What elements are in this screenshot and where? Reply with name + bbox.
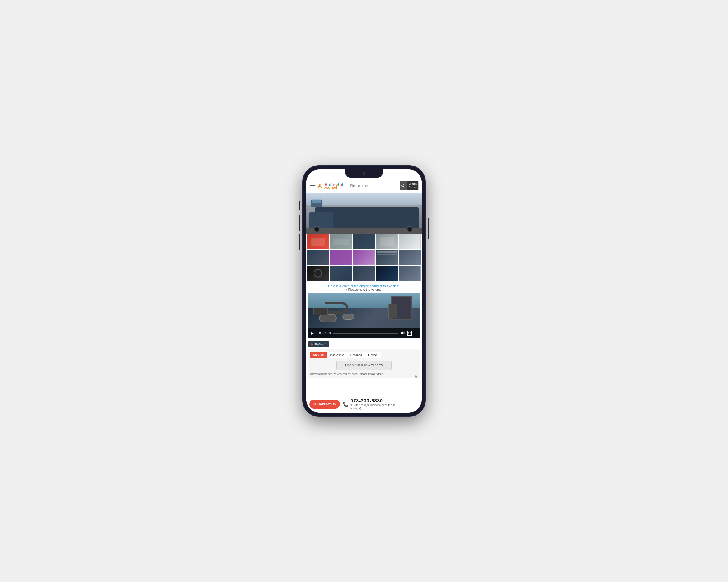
svg-rect-1 bbox=[319, 183, 321, 185]
video-progress-bar[interactable] bbox=[333, 333, 398, 334]
volume-icon bbox=[401, 331, 405, 335]
svg-line-2 bbox=[320, 186, 321, 187]
thumb-6[interactable] bbox=[307, 250, 329, 265]
thumb-2[interactable] bbox=[330, 234, 353, 249]
thumb-12[interactable] bbox=[330, 266, 353, 281]
thumb-1[interactable] bbox=[307, 234, 329, 249]
search-icon bbox=[401, 184, 405, 187]
thumb-11[interactable] bbox=[307, 266, 329, 281]
fullscreen-button[interactable]: ⛶ bbox=[407, 331, 412, 335]
thumb-10[interactable] bbox=[399, 250, 421, 265]
thumb-4[interactable] bbox=[375, 234, 398, 249]
more-options-button[interactable]: ⋮ bbox=[414, 331, 418, 335]
assess-section: Assess Basic Info Detailed Option Open i… bbox=[308, 349, 420, 378]
tab-assess[interactable]: Assess bbox=[310, 352, 327, 358]
tab-basic-info[interactable]: Basic Info bbox=[327, 352, 347, 358]
auction-hammer-icon bbox=[317, 183, 322, 188]
video-time: 0:00 / 0:10 bbox=[317, 332, 331, 335]
lambda-icon: ∧ bbox=[414, 372, 418, 380]
thumb-14[interactable] bbox=[375, 266, 398, 281]
assess-tabs: Assess Basic Info Detailed Option bbox=[310, 352, 418, 358]
thumb-9[interactable] bbox=[375, 250, 398, 265]
main-vehicle-image bbox=[306, 193, 422, 234]
volume-mute-button bbox=[299, 201, 300, 210]
footer: ✉ Contact Us 📞 078-330-6880 9:00 to 17:0… bbox=[306, 396, 422, 413]
open-new-window-button[interactable]: Open it in a new window bbox=[336, 361, 392, 370]
svg-line-4 bbox=[404, 186, 405, 187]
thumb-13[interactable] bbox=[353, 266, 375, 281]
video-player[interactable]: ▶ 0:00 / 0:10 ⛶ ⋮ bbox=[308, 293, 420, 338]
adobe-notice-text: ※If you cannot see the assessment sheet,… bbox=[310, 372, 383, 376]
search-details-button[interactable]: Search Details bbox=[407, 181, 418, 190]
video-notice: Here is a video of the engine sound of t… bbox=[306, 281, 422, 293]
contact-btn-label: Contact Us bbox=[317, 402, 336, 406]
product-tag-label: 商品紹介 bbox=[314, 342, 326, 346]
phone-notch bbox=[345, 169, 383, 177]
tab-option[interactable]: Option bbox=[365, 352, 381, 358]
search-bar: Search Details bbox=[348, 181, 419, 190]
svg-point-3 bbox=[401, 184, 404, 187]
play-button[interactable]: ▶ bbox=[310, 331, 314, 335]
logo-auction-label: AUCTION bbox=[324, 187, 344, 189]
svg-marker-5 bbox=[401, 331, 403, 335]
volume-button[interactable] bbox=[401, 331, 405, 336]
phone-screen: Valleyhill AUCTION Search Details bbox=[306, 169, 422, 413]
thumb-15[interactable] bbox=[399, 266, 421, 281]
video-notice-line1: Here is a video of the engine sound of t… bbox=[312, 284, 416, 288]
phone-icon: 📞 bbox=[343, 401, 348, 407]
phone-details: 078-330-6880 9:00 to 17:00(excluding wee… bbox=[350, 398, 395, 410]
logo: Valleyhill AUCTION bbox=[324, 182, 344, 189]
envelope-icon: ✉ bbox=[313, 402, 316, 406]
thumb-5[interactable] bbox=[399, 234, 421, 249]
phone-frame: Valleyhill AUCTION Search Details bbox=[303, 166, 425, 416]
video-controls: ▶ 0:00 / 0:10 ⛶ ⋮ bbox=[308, 328, 420, 338]
tag-icon: ▶ bbox=[311, 342, 313, 346]
tab-detailed[interactable]: Detailed bbox=[347, 352, 365, 358]
video-thumbnail bbox=[308, 293, 420, 328]
thumbnail-grid bbox=[306, 234, 422, 281]
product-tag-section: ▶ 商品紹介 bbox=[306, 340, 422, 347]
video-notice-line2: ※Please note the volume. bbox=[312, 288, 416, 292]
phone-info: 📞 078-330-6880 9:00 to 17:00(excluding w… bbox=[343, 398, 395, 410]
thumb-3[interactable] bbox=[353, 234, 375, 249]
power-button bbox=[428, 218, 429, 239]
thumb-8[interactable] bbox=[353, 250, 375, 265]
screen-content: Valleyhill AUCTION Search Details bbox=[306, 169, 422, 413]
main-content[interactable]: Here is a video of the engine sound of t… bbox=[306, 193, 422, 396]
volume-down-button bbox=[299, 234, 300, 250]
contact-us-button[interactable]: ✉ Contact Us bbox=[309, 400, 340, 409]
search-icon-button[interactable] bbox=[399, 181, 407, 190]
thumb-7[interactable] bbox=[330, 250, 353, 265]
hamburger-menu-button[interactable] bbox=[309, 183, 316, 188]
phone-hours: 9:00 to 17:00(excluding weekends andholi… bbox=[350, 404, 395, 410]
adobe-notice: ※If you cannot see the assessment sheet,… bbox=[310, 372, 418, 376]
volume-up-button bbox=[299, 215, 300, 231]
product-tag: ▶ 商品紹介 bbox=[308, 341, 329, 347]
search-input[interactable] bbox=[348, 181, 399, 190]
phone-number: 078-330-6880 bbox=[350, 398, 395, 404]
